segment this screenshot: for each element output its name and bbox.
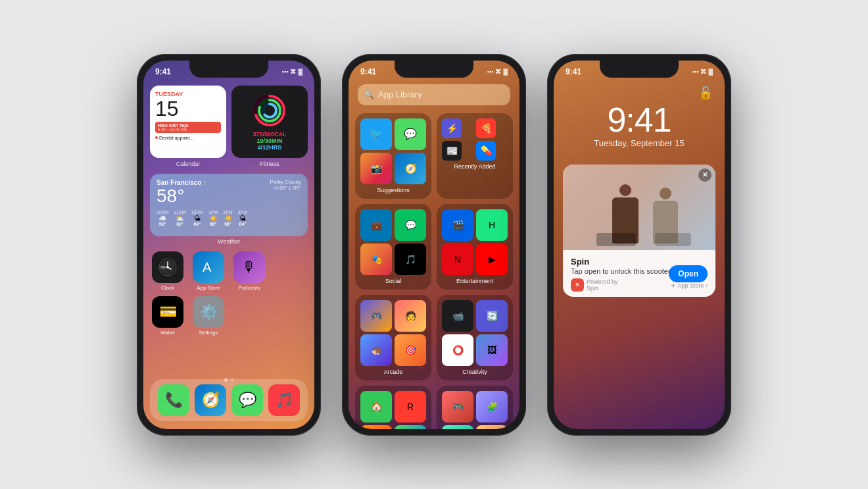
- folder-recently-added[interactable]: ⚡ 🍕 📰 💊 Recently Added: [437, 113, 513, 199]
- status-time-1: 9:41: [155, 67, 171, 76]
- folder-suggestions[interactable]: 🐦 💬 📸 🧭 Suggestions: [355, 113, 431, 199]
- dock-music[interactable]: 🎵: [268, 384, 300, 416]
- safari-icon: 🧭: [395, 153, 426, 184]
- fitness-cal: 375/500CAL: [253, 131, 286, 138]
- lock-time: 9:41: [554, 100, 725, 140]
- app-grid-1: BER Clock A App Store: [150, 251, 308, 336]
- battery-icon-3: ▓: [708, 68, 713, 75]
- tiktok-icon: 🎵: [395, 244, 426, 275]
- calendar-event-1: Hike with Tejo 9:45 – 11:00 AM: [155, 122, 221, 133]
- folder-arcade[interactable]: 🎮 🧑 🦔 🎯 Arcade: [355, 295, 431, 380]
- signal-icon-2: ▪▪▪: [487, 68, 494, 75]
- entertainment-apps: 🎬 H N ▶: [442, 209, 508, 275]
- podcasts-icon: 🎙: [233, 251, 265, 283]
- spin-name: Spin: [587, 285, 618, 292]
- folder-entertainment[interactable]: 🎬 H N ▶ Entertainment: [437, 204, 513, 290]
- app-podcasts[interactable]: 🎙 Podcasts: [231, 251, 267, 291]
- dock: 📞 🧭 💬 🎵: [150, 379, 308, 421]
- notification-close[interactable]: ✕: [698, 168, 711, 182]
- appstore-label: App Store: [197, 285, 220, 291]
- settings-icon: ⚙️: [193, 296, 224, 328]
- games-4: 👁: [476, 425, 508, 429]
- weather-highlow: H:66° L:55°: [270, 185, 301, 191]
- dock-safari[interactable]: 🧭: [195, 384, 226, 416]
- fitness-stats: 375/500CAL 19/30MIN 4/12HRS: [253, 131, 286, 151]
- weather-hour-5: 2PM ☀️ 66°: [223, 210, 232, 226]
- games-1: 🎮: [442, 391, 473, 423]
- clock-icon: BER: [152, 251, 183, 283]
- arcade-1: 🎮: [360, 300, 392, 332]
- calendar-event-2: Dentist appoint...: [155, 134, 221, 140]
- notification-open-button[interactable]: Open: [669, 265, 708, 282]
- arcade-2: 🧑: [395, 300, 426, 332]
- wifi-icon-3: ⌘: [700, 68, 706, 75]
- fitness-min: 19/30MIN: [253, 138, 286, 144]
- widget-labels: Calendar Fitness: [150, 161, 308, 167]
- fitness-hrs: 4/12HRS: [253, 144, 286, 151]
- app-1: ⚡: [442, 118, 462, 138]
- weather-label: Weather: [150, 238, 308, 245]
- notification-card[interactable]: ✕ Spin Tap open to unlock this scooter a…: [563, 165, 715, 297]
- widget-fitness[interactable]: 375/500CAL 19/30MIN 4/12HRS: [231, 86, 308, 158]
- instagram-icon: 📸: [360, 153, 392, 184]
- folder-social[interactable]: 💼 💬 🎭 🎵 Social: [355, 204, 431, 290]
- event1-title: Hike with Tejo: [158, 123, 218, 128]
- status-icons-1: ▪▪▪ ⌘ ▓: [282, 68, 302, 75]
- signal-icon: ▪▪▪: [282, 68, 289, 75]
- status-time-2: 9:41: [360, 67, 376, 76]
- app-appstore[interactable]: A App Store: [191, 251, 226, 291]
- lock-icon: 🔓: [698, 86, 713, 100]
- search-icon: 🔍: [364, 90, 374, 99]
- signal-icon-3: ▪▪▪: [692, 68, 699, 75]
- youtube-icon: ▶: [476, 244, 508, 275]
- arcade-label: Arcade: [360, 369, 426, 375]
- search-placeholder-text: App Library: [378, 90, 422, 99]
- settings-label: Settings: [199, 330, 218, 336]
- travel-4: 👾: [395, 425, 426, 429]
- entertainment-label: Entertainment: [442, 278, 508, 284]
- calendar-day: TUESDAY: [155, 91, 221, 97]
- folder-games[interactable]: 🎮 🧩 🐸 👁 Games: [437, 386, 513, 429]
- wifi-icon-2: ⌘: [495, 68, 501, 75]
- games-2: 🧩: [476, 391, 508, 423]
- weather-hour-1: 10AM ☁️ 58°: [157, 210, 168, 226]
- clock-label: Clock: [161, 285, 174, 291]
- app-4: 💊: [476, 141, 496, 161]
- notification-content: Spin Tap open to unlock this scooter and…: [563, 250, 715, 297]
- creativity-4: 🖼: [476, 334, 508, 366]
- app-wallet[interactable]: 💳 Wallet: [150, 296, 185, 336]
- app-settings[interactable]: ⚙️ Settings: [191, 296, 226, 336]
- phone-2-app-library: 9:41 ▪▪▪ ⌘ ▓ 🔍 App Library 🐦 💬: [342, 54, 526, 436]
- recently-apps: ⚡ 🍕 📰 💊: [442, 118, 508, 161]
- arcade-4: 🎯: [395, 334, 426, 366]
- arcade-apps: 🎮 🧑 🦔 🎯: [360, 300, 426, 366]
- widget-calendar[interactable]: TUESDAY 15 Hike with Tejo 9:45 – 11:00 A…: [150, 86, 226, 158]
- suggestions-apps: 🐦 💬 📸 🧭: [360, 118, 426, 184]
- folder-creativity[interactable]: 📹 🔄 ⭕ 🖼 Creativity: [437, 295, 513, 380]
- notch-3: [600, 61, 679, 78]
- creativity-label: Creativity: [442, 369, 508, 375]
- app-store-link[interactable]: ✈ App Store ›: [671, 282, 708, 289]
- linkedin-icon: 💼: [360, 209, 392, 241]
- battery-icon-2: ▓: [503, 68, 508, 75]
- dock-phone[interactable]: 📞: [158, 384, 189, 416]
- lock-date: Tuesday, September 15: [554, 138, 725, 148]
- dock-messages[interactable]: 💬: [231, 384, 263, 416]
- weather-temp: 58°: [157, 186, 206, 207]
- app-library-search[interactable]: 🔍 App Library: [358, 84, 510, 105]
- games-3: 🐸: [442, 425, 473, 429]
- recently-label: Recently Added: [442, 163, 508, 170]
- creativity-1: 📹: [442, 300, 473, 332]
- weather-city: San Francisco ↑: [157, 179, 206, 186]
- weather-hour-4: 1PM ☀️ 66°: [208, 210, 218, 226]
- phone-3-lock-screen: 9:41 ▪▪▪ ⌘ ▓ 🔓 9:41 Tuesday, September 1…: [547, 54, 731, 436]
- folder-travel[interactable]: 🏠 R 🌍 👾 Travel: [355, 386, 431, 429]
- notification-image: ✕: [563, 165, 715, 250]
- app-3: 📰: [442, 141, 462, 161]
- widget-weather[interactable]: San Francisco ↑ 58° Partly Cloudy H:66° …: [150, 174, 308, 236]
- weather-hour-3: 12PM 🌤 64°: [191, 210, 203, 226]
- app-clock[interactable]: BER Clock: [150, 251, 185, 291]
- phone-1-home-screen: 9:41 ▪▪▪ ⌘ ▓ TUESDAY 15 Hike with Tejo 9…: [137, 54, 321, 436]
- status-time-3: 9:41: [566, 67, 581, 76]
- fitness-label: Fitness: [231, 161, 308, 167]
